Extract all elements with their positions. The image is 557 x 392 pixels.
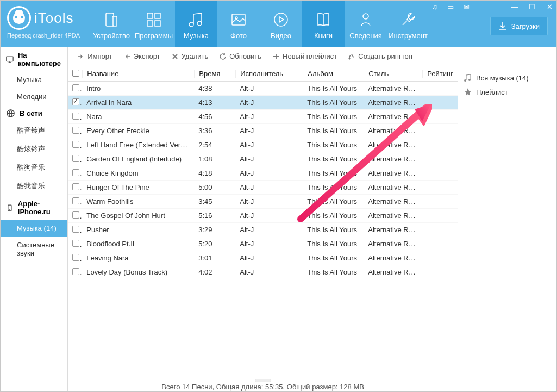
tab-video[interactable]: Видео — [260, 1, 302, 47]
cell-name: Warm Foothills — [82, 197, 194, 206]
svg-point-16 — [349, 58, 350, 59]
table-row[interactable]: Leaving Nara3:01Alt-JThis Is All YoursAl… — [68, 251, 458, 265]
col-time[interactable]: Время — [194, 70, 235, 78]
tab-info[interactable]: Сведения — [345, 1, 387, 47]
row-checkbox[interactable] — [72, 183, 79, 190]
sidebar-item[interactable]: Мелодии — [1, 88, 67, 105]
col-genre[interactable]: Стиль — [364, 70, 422, 78]
import-button[interactable]: Импорт — [72, 50, 117, 63]
table-row[interactable]: Lovely Day (Bonus Track)4:02Alt-JThis Is… — [68, 265, 458, 279]
row-checkbox[interactable] — [72, 211, 79, 219]
row-checkbox[interactable] — [72, 98, 79, 105]
sidebar-item[interactable]: 酷音铃声 — [1, 121, 67, 140]
row-checkbox[interactable] — [72, 84, 79, 91]
feedback-icon[interactable]: ✉ — [464, 3, 470, 11]
row-checkbox[interactable] — [72, 240, 79, 247]
row-checkbox[interactable] — [72, 113, 79, 120]
table-row[interactable]: Arrival In Nara4:13Alt-JThis Is All Your… — [68, 96, 458, 110]
table-row[interactable]: Garden Of England (Interlude)1:08Alt-JTh… — [68, 152, 458, 166]
maximize-button[interactable]: ☐ — [528, 3, 536, 11]
cell-artist: Alt-J — [235, 240, 303, 248]
cell-album: This Is All Yours — [303, 197, 364, 206]
row-checkbox[interactable] — [72, 169, 79, 176]
all-music-item[interactable]: Вся музыка (14) — [461, 71, 553, 85]
cell-genre: Alternative Rock... — [364, 254, 422, 262]
create-ringtone-button[interactable]: Создать рингтон — [343, 50, 417, 63]
table-row[interactable]: Intro4:38Alt-JThis Is All YoursAlternati… — [68, 82, 458, 96]
sidebar-item[interactable]: Музыка — [1, 71, 67, 88]
table-row[interactable]: Every Other Freckle3:36Alt-JThis Is All … — [68, 124, 458, 138]
table-body[interactable]: Intro4:38Alt-JThis Is All YoursAlternati… — [68, 82, 458, 381]
svg-point-11 — [363, 14, 368, 19]
table-row[interactable]: Bloodflood Pt.II5:20Alt-JThis Is All You… — [68, 237, 458, 251]
row-checkbox[interactable] — [72, 155, 79, 162]
cell-album: This Is All Yours — [303, 155, 364, 163]
tab-programs[interactable]: Программы — [133, 1, 175, 47]
row-checkbox[interactable] — [72, 226, 79, 233]
svg-rect-2 — [147, 13, 153, 18]
cell-genre: Alternative Rock... — [364, 84, 422, 92]
tab-books[interactable]: Книги — [302, 1, 345, 47]
cell-name: Garden Of England (Interlude) — [82, 155, 194, 163]
cell-time: 3:45 — [194, 197, 235, 206]
sidebar-item[interactable]: 酷狗音乐 — [1, 158, 67, 177]
cell-artist: Alt-J — [235, 127, 303, 135]
tab-books-label: Книги — [314, 32, 333, 40]
cell-album: This Is All Yours — [303, 98, 364, 107]
cell-name: Pusher — [82, 226, 194, 234]
close-button[interactable]: ✕ — [546, 3, 553, 11]
tab-music[interactable]: Музыка — [175, 1, 217, 47]
delete-button[interactable]: Удалить — [166, 50, 214, 63]
sidebar-item[interactable]: Музыка (14) — [1, 220, 67, 237]
tab-device[interactable]: Устройство — [90, 1, 133, 47]
refresh-button[interactable]: Обновить — [214, 50, 266, 63]
table-row[interactable]: The Gospel Of John Hurt5:16Alt-JThis Is … — [68, 209, 458, 223]
row-checkbox[interactable] — [72, 141, 79, 148]
row-checkbox[interactable] — [72, 197, 79, 204]
svg-rect-1 — [112, 16, 117, 26]
sidebar-section[interactable]: На компьютере — [1, 47, 67, 71]
playlist-item[interactable]: Плейлист — [461, 85, 553, 99]
cell-name: Intro — [82, 84, 194, 92]
tab-tools[interactable]: Инструмент — [387, 1, 429, 47]
table-row[interactable]: Warm Foothills3:45Alt-JThis Is All Yours… — [68, 195, 458, 209]
app-logo-icon — [7, 6, 31, 30]
export-button[interactable]: Экспорт — [118, 50, 165, 63]
cell-time: 3:01 — [194, 254, 235, 262]
sidebar-section[interactable]: Apple-iPhone.ru — [1, 195, 67, 220]
row-checkbox[interactable] — [72, 268, 79, 275]
sidebar-item[interactable]: 酷炫铃声 — [1, 140, 67, 158]
col-name[interactable]: Название — [82, 70, 194, 78]
cell-name: Hunger Of The Pine — [82, 183, 194, 191]
music-mini-icon[interactable]: ♫ — [432, 3, 437, 11]
minimize-button[interactable]: — — [511, 3, 518, 11]
col-artist[interactable]: Исполнитель — [235, 70, 303, 78]
sidebar-item[interactable]: Системные звуки — [1, 237, 67, 262]
tab-photo[interactable]: Фото — [217, 1, 260, 47]
sidebar-section[interactable]: В сети — [1, 105, 67, 121]
cell-artist: Alt-J — [235, 155, 303, 163]
table-row[interactable]: Nara4:56Alt-JThis Is All YoursAlternativ… — [68, 110, 458, 124]
sidebar-item[interactable]: 酷我音乐 — [1, 177, 67, 195]
row-checkbox[interactable] — [72, 127, 79, 134]
col-album[interactable]: Альбом — [303, 70, 364, 78]
row-checkbox[interactable] — [72, 254, 79, 261]
downloads-button[interactable]: Загрузки — [490, 17, 548, 35]
resize-grip[interactable] — [255, 379, 271, 382]
table-row[interactable]: Choice Kingdom4:18Alt-JThis Is All Yours… — [68, 166, 458, 181]
track-table: Название Время Исполнитель Альбом Стиль … — [68, 66, 458, 392]
table-row[interactable]: Hunger Of The Pine5:00Alt-JThis Is All Y… — [68, 181, 458, 195]
logo-block: iTools Перевод crash_rider 4PDA — [1, 1, 90, 41]
table-row[interactable]: Pusher3:29Alt-JThis Is All YoursAlternat… — [68, 223, 458, 237]
header-shortcuts: ♫ ▭ ✉ — [432, 3, 470, 11]
window-controls: — ☐ ✕ — [511, 3, 553, 11]
svg-point-6 — [197, 21, 202, 26]
table-row[interactable]: Left Hand Free (Extended Version)2:54Alt… — [68, 138, 458, 152]
tab-programs-label: Программы — [135, 32, 173, 40]
message-icon[interactable]: ▭ — [447, 3, 454, 11]
cell-artist: Alt-J — [235, 254, 303, 262]
select-all-checkbox[interactable] — [72, 70, 79, 77]
col-rating[interactable]: Рейтинг — [422, 70, 458, 78]
new-playlist-button[interactable]: Новый плейлист — [267, 50, 342, 63]
app-subtitle: Перевод crash_rider 4PDA — [7, 32, 86, 39]
